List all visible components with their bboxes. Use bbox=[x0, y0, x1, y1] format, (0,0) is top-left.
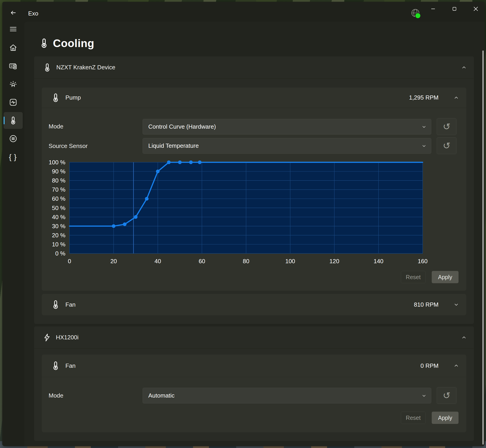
y-axis-tick-label: 100 % bbox=[42, 159, 65, 166]
y-axis-tick-label: 80 % bbox=[42, 177, 65, 184]
sidebar: { } bbox=[2, 22, 24, 446]
pump-header[interactable]: Pump 1,295 RPM bbox=[42, 88, 466, 108]
pump-source-sensor-dropdown[interactable]: Liquid Temperature bbox=[143, 138, 431, 154]
curve-point[interactable] bbox=[112, 224, 115, 228]
lightning-bolt-icon bbox=[43, 333, 51, 342]
sidebar-item-lighting[interactable] bbox=[4, 76, 23, 93]
sidebar-item-logs[interactable] bbox=[4, 130, 23, 147]
curve-point[interactable] bbox=[145, 197, 149, 200]
maximize-button[interactable] bbox=[447, 2, 462, 16]
x-axis-tick-label: 100 bbox=[285, 258, 295, 265]
thermometer-icon bbox=[9, 116, 17, 125]
cooling-page-thermometer-icon bbox=[39, 38, 49, 48]
pump-reset-button[interactable]: Reset bbox=[401, 271, 426, 283]
x-axis-tick-label: 20 bbox=[110, 258, 117, 265]
hx1200i-fan-collapse-button[interactable] bbox=[454, 363, 459, 368]
curly-braces-icon: { } bbox=[9, 152, 17, 161]
status-green-dot bbox=[415, 13, 421, 18]
home-icon bbox=[9, 44, 17, 52]
monitoring-icon bbox=[9, 98, 17, 106]
device-section-hx1200i: HX1200i Fan 0 RPM bbox=[34, 326, 474, 441]
chevron-down-icon bbox=[422, 393, 426, 398]
back-button[interactable] bbox=[8, 8, 19, 18]
pump-source-sensor-value: Liquid Temperature bbox=[148, 142, 199, 149]
curve-point[interactable] bbox=[178, 160, 182, 164]
pump-rpm-value: 1,295 RPM bbox=[409, 94, 439, 101]
thermometer-icon bbox=[51, 300, 60, 309]
pump-mode-dropdown[interactable]: Control Curve (Hardware) bbox=[143, 119, 431, 135]
close-button[interactable] bbox=[468, 2, 483, 16]
x-axis-tick-label: 0 bbox=[68, 258, 71, 265]
x-axis-tick-label: 140 bbox=[374, 258, 383, 265]
y-axis-tick-label: 40 % bbox=[42, 213, 65, 220]
pump-mode-reset-button[interactable]: ↺ bbox=[437, 118, 456, 135]
x-axis-tick-label: 60 bbox=[199, 258, 205, 265]
y-axis-tick-label: 50 % bbox=[42, 204, 65, 211]
pump-mode-value: Control Curve (Hardware) bbox=[148, 123, 216, 130]
mode-label: Mode bbox=[49, 123, 63, 130]
krakenz-section-header[interactable]: NZXT KrakenZ Device bbox=[34, 56, 474, 79]
reset-circular-arrow-icon: ↺ bbox=[443, 390, 451, 401]
hx1200i-fan-mode-value: Automatic bbox=[148, 392, 175, 399]
reset-circular-arrow-icon: ↺ bbox=[443, 140, 451, 151]
curve-point[interactable] bbox=[134, 215, 138, 219]
arrow-left-icon bbox=[10, 9, 16, 16]
main-content: Cooling NZXT KrakenZ Device bbox=[24, 22, 485, 446]
sidebar-item-monitoring[interactable] bbox=[4, 94, 23, 111]
minimize-button[interactable] bbox=[426, 2, 441, 16]
pump-collapse-button[interactable] bbox=[454, 95, 459, 100]
hx1200i-fan-mode-dropdown[interactable]: Automatic bbox=[143, 388, 431, 403]
chevron-up-icon bbox=[454, 363, 459, 368]
krakenz-fan-expand-button[interactable] bbox=[454, 302, 459, 307]
reset-circular-arrow-icon: ↺ bbox=[443, 121, 451, 132]
sidebar-item-devices[interactable] bbox=[4, 57, 23, 74]
curve-point[interactable] bbox=[198, 160, 201, 164]
curve-point[interactable] bbox=[156, 169, 160, 173]
hx1200i-section-header[interactable]: HX1200i bbox=[34, 326, 474, 349]
y-axis-tick-label: 10 % bbox=[42, 241, 65, 248]
chevron-up-icon bbox=[461, 65, 467, 70]
thermometer-icon bbox=[51, 361, 60, 370]
mode-label: Mode bbox=[49, 392, 63, 399]
x-axis-tick-label: 40 bbox=[154, 258, 161, 265]
pump-panel: Pump 1,295 RPM Mode Control Curve (Hardw… bbox=[42, 88, 466, 291]
source-sensor-label: Source Sensor bbox=[49, 143, 88, 150]
section-collapse-button[interactable] bbox=[461, 326, 467, 348]
sidebar-item-scripting[interactable]: { } bbox=[4, 148, 23, 165]
hx1200i-apply-button[interactable]: Apply bbox=[432, 412, 459, 424]
x-axis-tick-label: 160 bbox=[418, 258, 427, 265]
curve-point[interactable] bbox=[123, 223, 126, 226]
y-axis-tick-label: 60 % bbox=[42, 195, 65, 202]
curve-point[interactable] bbox=[167, 160, 171, 164]
close-icon bbox=[473, 6, 478, 12]
connection-status-button[interactable] bbox=[410, 8, 422, 20]
minimize-icon bbox=[431, 6, 436, 11]
sidebar-item-cooling[interactable] bbox=[4, 112, 23, 129]
y-axis-tick-label: 90 % bbox=[42, 168, 65, 175]
section-title: NZXT KrakenZ Device bbox=[56, 64, 115, 71]
chevron-down-icon bbox=[454, 302, 459, 307]
krakenz-fan-header[interactable]: Fan 810 RPM bbox=[42, 294, 466, 315]
nav-menu-toggle-button[interactable] bbox=[4, 21, 23, 38]
maximize-icon bbox=[452, 6, 457, 11]
hx1200i-fan-panel: Fan 0 RPM Mode Automatic ↺ Reset bbox=[42, 355, 466, 432]
sidebar-item-home[interactable] bbox=[4, 39, 23, 56]
control-curve-plot[interactable] bbox=[70, 162, 423, 253]
page-scrollbar-thumb[interactable] bbox=[482, 50, 484, 445]
x-axis-tick-label: 120 bbox=[329, 258, 339, 265]
hamburger-menu-icon bbox=[9, 26, 17, 32]
section-title: HX1200i bbox=[56, 334, 78, 341]
hx1200i-reset-button[interactable]: Reset bbox=[401, 412, 426, 424]
hx1200i-fan-header[interactable]: Fan 0 RPM bbox=[42, 355, 466, 377]
pump-source-reset-button[interactable]: ↺ bbox=[437, 137, 456, 154]
pump-apply-button[interactable]: Apply bbox=[432, 271, 459, 283]
curve-point[interactable] bbox=[189, 160, 193, 164]
window-body: { } Cooling NZXT KrakenZ Device bbox=[2, 22, 485, 446]
thermometer-icon bbox=[51, 93, 60, 103]
lighting-icon bbox=[9, 80, 17, 88]
device-section-krakenz: NZXT KrakenZ Device Pump 1,295 RPM bbox=[34, 56, 474, 324]
section-collapse-button[interactable] bbox=[461, 56, 467, 78]
y-axis-tick-label: 30 % bbox=[42, 223, 65, 230]
hx1200i-fan-mode-reset-button[interactable]: ↺ bbox=[437, 387, 456, 404]
chevron-up-icon bbox=[454, 95, 459, 100]
